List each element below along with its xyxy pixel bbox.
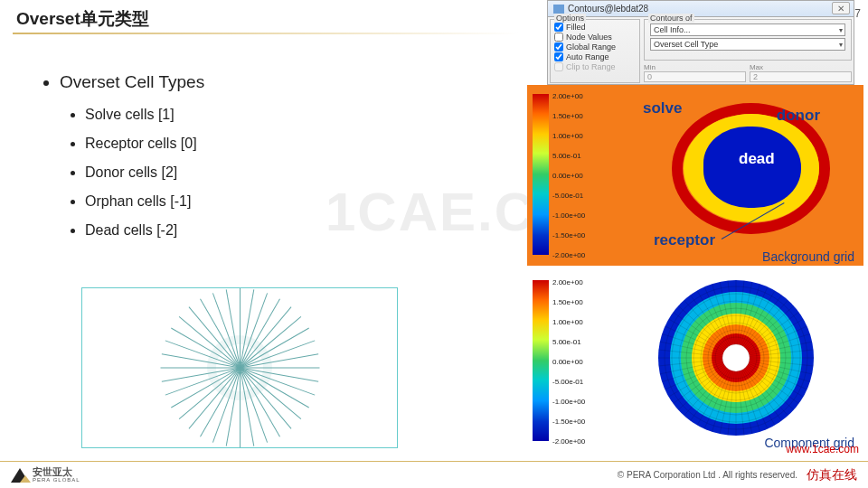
filled-checkbox[interactable]: [554, 23, 563, 32]
field-variable-dropdown[interactable]: Overset Cell Type▾: [650, 38, 845, 51]
colorbar-tick: -1.50e+00: [552, 418, 585, 426]
svg-line-25: [669, 365, 724, 398]
node-values-label: Node Values: [566, 33, 612, 42]
mesh-overset-illustration: [81, 287, 398, 448]
footer-link-cn[interactable]: 仿真在线: [807, 467, 857, 483]
chevron-down-icon: ▾: [839, 41, 843, 49]
colorbar: [533, 94, 549, 255]
footer-copyright: © PERA Corporation Ltd . All rights rese…: [618, 470, 797, 480]
svg-line-20: [697, 370, 730, 425]
title-underline: [13, 33, 519, 34]
svg-line-18: [712, 371, 731, 432]
field-variable-value: Overset Cell Type: [654, 40, 718, 49]
field-category-dropdown[interactable]: Cell Info...▾: [650, 23, 845, 36]
brand-en: PERA GLOBAL: [33, 477, 80, 483]
footer-bar: 安世亚太 PERA GLOBAL © PERA Corporation Ltd …: [0, 461, 868, 488]
comp-grid-stage: [618, 280, 854, 432]
list-item: Receptor cells [0]: [85, 136, 204, 152]
brand-cn: 安世亚太: [33, 467, 80, 477]
colorbar-tick: 1.50e+00: [552, 298, 583, 306]
max-value: 2: [750, 71, 852, 82]
svg-line-50: [743, 291, 776, 346]
svg-line-48: [741, 284, 760, 345]
colorbar-tick: -1.00e+00: [552, 211, 585, 220]
auto-range-checkbox[interactable]: [554, 52, 563, 61]
list-item: Dead cells [-2]: [85, 222, 204, 239]
global-range-checkbox[interactable]: [554, 42, 563, 52]
svg-line-35: [669, 319, 724, 352]
colorbar-tick: 1.00e+00: [552, 318, 583, 326]
component-grid-contour: 2.00e+001.50e+001.00e+005.00e-010.00e+00…: [527, 271, 863, 452]
content-block: Overset Cell Types Solve cells [1] Recep…: [45, 72, 204, 251]
colorbar-tick: 5.00e-01: [552, 152, 581, 160]
colorbar-tick: 1.50e+00: [552, 112, 583, 120]
svg-line-40: [697, 291, 730, 346]
svg-line-55: [748, 319, 803, 352]
svg-line-27: [662, 362, 723, 382]
window-icon: [553, 5, 564, 14]
svg-line-10: [743, 370, 776, 425]
site-link[interactable]: www.1cae.com: [786, 443, 859, 455]
list-item: Solve cells [1]: [85, 107, 204, 123]
option-global-range[interactable]: Global Range: [554, 42, 636, 52]
pera-logo-icon: [11, 468, 29, 483]
svg-line-12: [741, 371, 760, 432]
footer-logo-block: 安世亚太 PERA GLOBAL: [11, 467, 80, 483]
receptor-annotation: receptor: [654, 231, 715, 249]
chevron-down-icon: ▾: [839, 26, 843, 34]
svg-point-60: [722, 344, 750, 371]
panel-window-title: Contours@lebdat28: [568, 4, 648, 14]
content-heading: Overset Cell Types: [60, 72, 204, 92]
background-grid-contour: 2.00e+001.50e+001.00e+005.00e-010.00e+00…: [527, 85, 863, 266]
svg-line-3: [749, 362, 810, 382]
colorbar-tick: 2.00e+00: [552, 278, 583, 286]
donor-annotation: donor: [777, 107, 820, 125]
svg-line-42: [712, 284, 731, 345]
min-value: 0: [644, 71, 746, 82]
list-item: Donor cells [2]: [85, 164, 204, 181]
min-label: Min: [644, 63, 746, 71]
node-values-checkbox[interactable]: [554, 33, 563, 42]
bullet-list: Solve cells [1] Receptor cells [0] Donor…: [60, 107, 204, 239]
field-category-value: Cell Info...: [654, 25, 691, 34]
contours-of-legend: Contours of: [648, 14, 694, 23]
colorbar-tick: -2.00e+00: [552, 251, 585, 259]
close-icon[interactable]: ✕: [832, 2, 850, 14]
colorbar-tick: 2.00e+00: [552, 92, 583, 100]
contours-of-fieldset: Contours of Cell Info...▾ Overset Cell T…: [644, 19, 852, 61]
panel-titlebar: Contours@lebdat28 ✕: [548, 1, 854, 17]
svg-line-57: [749, 333, 810, 353]
slide-title: Overset单元类型: [16, 7, 149, 31]
svg-line-33: [662, 333, 723, 353]
colorbar-tick: -5.00e-01: [552, 192, 583, 200]
filled-label: Filled: [566, 23, 586, 32]
max-label: Max: [750, 63, 852, 71]
options-legend: Options: [554, 14, 586, 23]
auto-range-label: Auto Range: [566, 52, 609, 61]
colorbar-tick: 0.00e+00: [552, 172, 583, 180]
global-range-label: Global Range: [566, 42, 616, 52]
option-auto-range[interactable]: Auto Range: [554, 52, 636, 61]
svg-line-5: [748, 365, 803, 398]
colorbar-tick: 5.00e-01: [552, 338, 581, 346]
dead-annotation: dead: [739, 150, 775, 168]
component-mesh-lines: [618, 280, 854, 441]
page-number: 7: [854, 7, 861, 20]
option-filled[interactable]: Filled: [554, 23, 636, 32]
colorbar: [533, 280, 549, 441]
colorbar-tick: -2.00e+00: [552, 437, 585, 446]
colorbar-tick: -5.00e-01: [552, 378, 583, 386]
contours-options-panel: Contours@lebdat28 ✕ Options Filled Node …: [547, 0, 854, 85]
colorbar-tick: -1.50e+00: [552, 231, 585, 239]
option-clip-to-range[interactable]: Clip to Range: [554, 62, 636, 71]
clip-to-range-label: Clip to Range: [566, 62, 616, 71]
clip-to-range-checkbox: [554, 62, 563, 71]
list-item: Orphan cells [-1]: [85, 193, 204, 210]
options-fieldset: Options Filled Node Values Global Range …: [550, 19, 640, 83]
colorbar-tick: 0.00e+00: [552, 358, 583, 366]
colorbar-tick: 1.00e+00: [552, 132, 583, 140]
colorbar-tick: -1.00e+00: [552, 398, 585, 406]
option-node-values[interactable]: Node Values: [554, 33, 636, 42]
solve-annotation: solve: [643, 99, 682, 117]
bg-grid-caption: Background grid: [762, 249, 854, 264]
